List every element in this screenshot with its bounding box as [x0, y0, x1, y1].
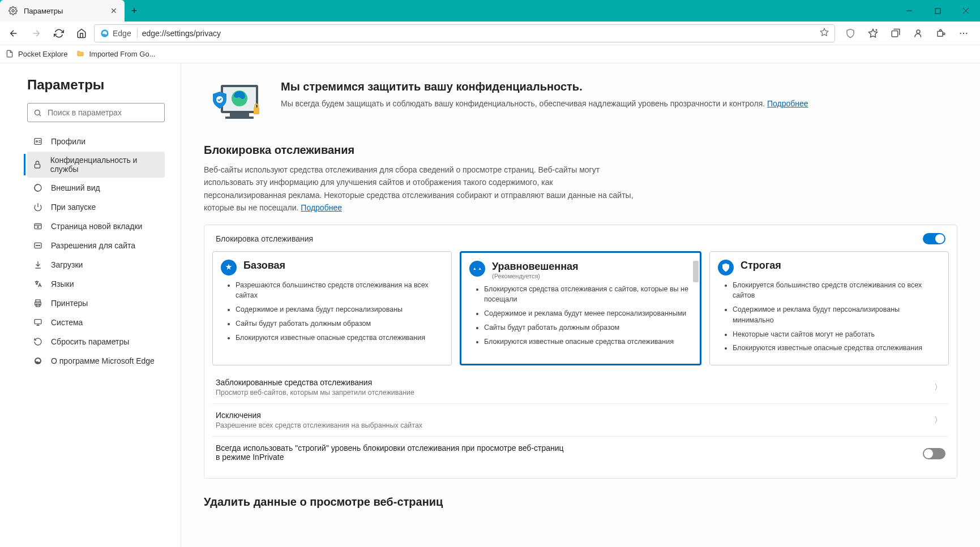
bookmark-label: Imported From Go...	[89, 50, 155, 58]
extensions-icon[interactable]	[930, 23, 952, 44]
new-tab-button[interactable]: +	[125, 0, 144, 21]
level-balanced[interactable]: Уравновешенная (Рекомендуется) Блокируют…	[460, 251, 701, 366]
hero-desc: Мы всегда будем защищать и соблюдать ваш…	[281, 98, 808, 110]
privacy-hero: Мы стремимся защитить вашу конфиденциаль…	[204, 80, 957, 124]
nav-reset[interactable]: Сбросить параметры	[27, 333, 165, 351]
basic-level-icon	[221, 260, 237, 275]
download-icon	[33, 260, 43, 270]
settings-sidebar: Параметры Профили Конфиденциальность и с…	[0, 63, 181, 547]
svg-point-16	[963, 32, 964, 33]
favorite-star-icon[interactable]	[820, 28, 829, 39]
sidebar-title: Параметры	[27, 77, 165, 93]
nav-privacy[interactable]: Конфиденциальность и службы	[27, 152, 165, 178]
svg-marker-6	[820, 28, 828, 36]
back-button[interactable]	[3, 23, 24, 44]
blocked-trackers-row[interactable]: Заблокированные средства отслеживания Пр…	[212, 371, 949, 403]
row-title: Исключения	[216, 411, 931, 420]
toolbar: Edge edge://settings/privacy	[0, 21, 980, 45]
svg-point-11	[917, 30, 920, 33]
nav-system[interactable]: Система	[27, 313, 165, 331]
level-title: Строгая	[741, 260, 940, 272]
nav-printers[interactable]: Принтеры	[27, 294, 165, 312]
nav-permissions[interactable]: Разрешения для сайта	[27, 236, 165, 255]
svg-rect-12	[938, 31, 943, 36]
lock-icon	[33, 160, 42, 170]
site-identity[interactable]: Edge	[100, 29, 138, 38]
favorites-icon[interactable]	[862, 23, 884, 44]
maximize-button[interactable]	[923, 0, 952, 21]
tracking-card: Блокировка отслеживания Базовая Разрешаю…	[204, 225, 957, 479]
clear-data-title: Удалить данные о просмотре веб-страниц	[204, 496, 957, 509]
balanced-level-icon	[469, 261, 485, 277]
titlebar: Параметры ✕ +	[0, 0, 980, 21]
address-bar[interactable]: Edge edge://settings/privacy	[94, 24, 835, 42]
tracking-prevention-icon[interactable]	[840, 23, 861, 44]
nav-label: При запуске	[51, 203, 96, 212]
nav-appearance[interactable]: Внешний вид	[27, 179, 165, 197]
nav-newtab[interactable]: Страница новой вкладки	[27, 217, 165, 235]
tracking-link[interactable]: Подробнее	[301, 203, 342, 212]
svg-rect-22	[35, 164, 40, 168]
svg-point-30	[36, 245, 37, 245]
bookmark-item[interactable]: Imported From Go...	[76, 50, 155, 59]
chevron-right-icon: 〉	[931, 415, 945, 425]
page-icon	[6, 50, 15, 59]
nav-languages[interactable]: Языки	[27, 275, 165, 293]
svg-line-19	[39, 114, 41, 116]
row-title: Заблокированные средства отслеживания	[216, 378, 931, 387]
nav-startup[interactable]: При запуске	[27, 198, 165, 216]
language-icon	[33, 279, 43, 289]
inprivate-strict-row: Всегда использовать "строгий" уровень бл…	[212, 436, 949, 470]
nav-label: Принтеры	[51, 299, 88, 308]
settings-nav: Профили Конфиденциальность и службы Внеш…	[27, 132, 165, 370]
collections-icon[interactable]	[885, 23, 906, 44]
exceptions-row[interactable]: Исключения Разрешение всех средств отсле…	[212, 403, 949, 436]
scrollbar-thumb[interactable]	[693, 261, 699, 282]
level-bullet: Блокируются известные опасные средства о…	[484, 337, 692, 347]
inprivate-strict-toggle[interactable]	[923, 448, 945, 459]
level-bullet: Содержимое и реклама будут менее персона…	[484, 308, 692, 319]
svg-point-21	[36, 141, 38, 143]
nav-profiles[interactable]: Профили	[27, 132, 165, 150]
appearance-icon	[33, 183, 43, 193]
level-bullet: Некоторые части сайтов могут не работать	[733, 329, 940, 340]
search-input[interactable]	[48, 108, 159, 117]
level-bullet: Блокируются средства отслеживания с сайт…	[484, 284, 692, 305]
level-bullet: Блокируются известные опасные средства о…	[733, 343, 940, 354]
row-desc: Просмотр веб-сайтов, которым мы запретил…	[216, 389, 931, 397]
forward-button[interactable]	[26, 23, 46, 44]
more-menu-icon[interactable]	[953, 23, 974, 44]
hero-link[interactable]: Подробнее	[767, 99, 808, 108]
refresh-button[interactable]	[49, 23, 69, 44]
privacy-hero-icon	[204, 80, 266, 124]
minimize-button[interactable]	[895, 0, 923, 21]
tracking-desc: Веб-сайты используют средства отслеживан…	[204, 163, 634, 214]
nav-label: Внешний вид	[51, 183, 100, 192]
browser-tab[interactable]: Параметры ✕	[0, 0, 125, 21]
bookmark-item[interactable]: Pocket Explore	[6, 50, 67, 59]
level-title: Уравновешенная	[492, 261, 692, 273]
close-window-button[interactable]	[952, 0, 980, 21]
svg-point-32	[39, 245, 40, 245]
site-identity-label: Edge	[113, 29, 131, 38]
nav-downloads[interactable]: Загрузки	[27, 256, 165, 274]
svg-rect-13	[940, 29, 942, 31]
profile-icon[interactable]	[908, 23, 929, 44]
tracking-toggle[interactable]	[923, 233, 945, 244]
bookmark-label: Pocket Explore	[18, 50, 67, 58]
nav-label: Сбросить параметры	[51, 337, 129, 346]
home-button[interactable]	[71, 23, 92, 44]
tab-title: Параметры	[24, 7, 109, 15]
settings-search[interactable]	[27, 103, 165, 122]
tab-close-button[interactable]: ✕	[109, 6, 119, 16]
svg-point-31	[37, 245, 38, 245]
level-bullet: Блокируются известные опасные средства о…	[236, 333, 443, 343]
level-bullet: Содержимое и реклама будут персонализиро…	[236, 304, 443, 315]
level-basic[interactable]: Базовая Разрешаются большинство средств …	[212, 251, 452, 366]
svg-rect-46	[254, 107, 259, 114]
edge-icon	[33, 356, 43, 366]
nav-about[interactable]: О программе Microsoft Edge	[27, 352, 165, 370]
svg-rect-2	[935, 8, 940, 14]
level-strict[interactable]: Строгая Блокируется большинство средств …	[709, 251, 949, 366]
nav-label: Разрешения для сайта	[51, 241, 135, 250]
